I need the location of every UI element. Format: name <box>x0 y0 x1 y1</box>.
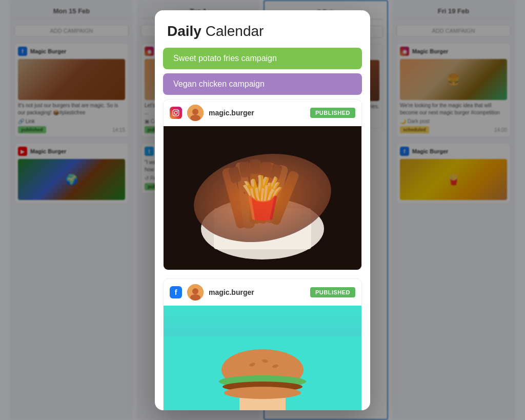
campaign-vegan-chicken[interactable]: Vegan chicken campaign <box>163 73 362 95</box>
svg-point-5 <box>190 115 200 121</box>
svg-point-21 <box>256 182 258 184</box>
svg-rect-9 <box>221 167 248 229</box>
svg-rect-14 <box>269 170 300 226</box>
svg-rect-16 <box>239 162 251 178</box>
svg-rect-13 <box>262 164 289 224</box>
svg-point-1 <box>174 111 177 114</box>
daily-calendar-modal: Daily Calendar Sweet potato fries campai… <box>155 10 370 410</box>
fb-published-badge: PUBLISHED <box>310 287 355 297</box>
post-image-sweet-potato <box>164 126 361 270</box>
svg-point-22 <box>269 189 271 191</box>
modal-overlay[interactable]: Daily Calendar Sweet potato fries campai… <box>0 0 525 420</box>
fb-platform-icon: f <box>170 286 182 298</box>
svg-point-2 <box>177 111 178 112</box>
svg-rect-19 <box>269 164 283 180</box>
ig-published-badge: PUBLISHED <box>310 108 355 118</box>
svg-point-20 <box>244 192 246 194</box>
svg-rect-11 <box>250 159 261 224</box>
svg-point-35 <box>224 387 301 399</box>
fb-account-avatar <box>187 284 204 301</box>
modal-header: Daily Calendar <box>155 10 370 48</box>
svg-point-4 <box>192 109 198 115</box>
svg-rect-17 <box>250 159 260 174</box>
svg-rect-15 <box>228 166 241 184</box>
post-image-burger <box>164 306 361 410</box>
svg-rect-12 <box>256 162 275 224</box>
ig-platform-icon <box>170 107 182 119</box>
fb-account-name: magic.burger <box>209 288 254 296</box>
modal-title-bold: Daily <box>167 23 201 39</box>
svg-rect-8 <box>214 208 311 249</box>
svg-point-26 <box>190 294 200 301</box>
svg-rect-18 <box>259 162 272 178</box>
modal-title: Daily Calendar <box>167 23 358 40</box>
modal-body: magic.burger PUBLISHED <box>155 99 370 410</box>
post-card-header-fb: f magic.burger PUBLISHED <box>164 279 361 306</box>
svg-point-25 <box>192 288 198 294</box>
account-avatar <box>187 105 204 121</box>
post-card-header: magic.burger PUBLISHED <box>164 99 361 126</box>
post-card-left-fb: f magic.burger <box>170 284 254 301</box>
modal-campaigns: Sweet potato fries campaign Vegan chicke… <box>155 48 370 99</box>
post-card-ig: magic.burger PUBLISHED <box>163 99 362 270</box>
modal-title-light: Calendar <box>201 23 264 39</box>
campaign-sweet-potato[interactable]: Sweet potato fries campaign <box>163 48 362 69</box>
post-card-fb: f magic.burger PUBLISHED <box>163 278 362 410</box>
svg-rect-10 <box>235 162 255 229</box>
post-card-left: magic.burger <box>170 105 254 121</box>
ig-account-name: magic.burger <box>209 109 254 117</box>
svg-point-23 <box>252 205 253 207</box>
